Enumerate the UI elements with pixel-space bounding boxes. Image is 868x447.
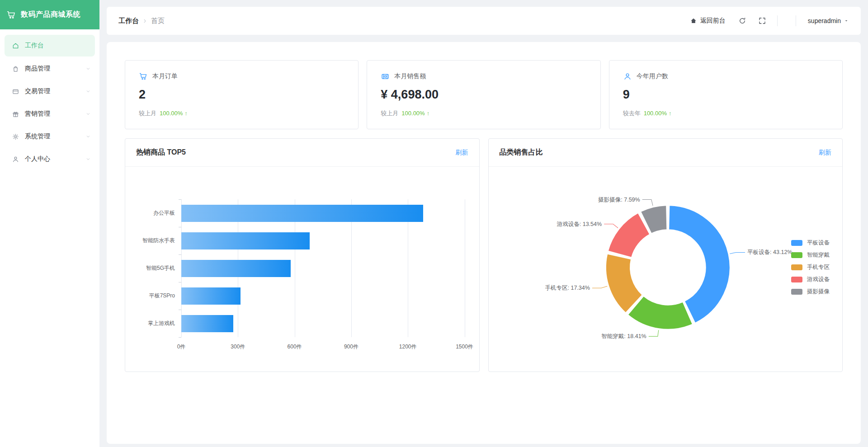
bar[interactable] bbox=[181, 315, 233, 332]
legend-item[interactable]: 游戏设备 bbox=[791, 276, 830, 283]
stat-card-header: 本月订单 bbox=[139, 72, 344, 81]
chevron-down-icon bbox=[85, 88, 91, 94]
stat-percent: 100.00% bbox=[160, 110, 183, 117]
main-area: 工作台 首页 返回前台 superadmin 本月 bbox=[99, 0, 868, 447]
category-share-panel: 品类销售占比 刷新 平板设备: 43.12%平板设备: 43.12%智能穿戴: … bbox=[488, 138, 843, 372]
sidebar-item-gift[interactable]: 营销管理 bbox=[0, 103, 99, 125]
pie-chart: 平板设备: 43.12%平板设备: 43.12%智能穿戴: 18.41%智能穿戴… bbox=[489, 167, 843, 372]
stat-percent: 100.00% bbox=[644, 110, 667, 117]
gridline bbox=[465, 199, 465, 337]
topbar-divider bbox=[777, 15, 778, 26]
gear-icon bbox=[12, 133, 19, 141]
stat-value: 9 bbox=[623, 88, 829, 102]
pie-label-line bbox=[604, 224, 618, 228]
legend-chip bbox=[791, 264, 802, 270]
chevron-down-icon bbox=[85, 111, 91, 117]
sidebar-item-gear[interactable]: 系统管理 bbox=[0, 125, 99, 148]
sidebar-item-label: 商品管理 bbox=[25, 65, 50, 73]
stats-row: 本月订单2较上月100.00%↑本月销售额¥ 4,698.00较上月100.00… bbox=[125, 60, 843, 129]
stat-compare-label: 较去年 bbox=[623, 110, 641, 117]
topbar-divider bbox=[796, 15, 796, 26]
bar-row: 办公平板 bbox=[136, 199, 465, 227]
bar-track bbox=[181, 310, 465, 337]
sidebar-item-label: 营销管理 bbox=[25, 110, 50, 118]
hot-products-panel-header: 热销商品 TOP5 刷新 bbox=[125, 139, 479, 167]
legend-item[interactable]: 摄影摄像 bbox=[791, 288, 830, 295]
chevron-down-icon bbox=[85, 66, 91, 72]
chevron-down-icon bbox=[85, 156, 91, 162]
back-to-front-label: 返回前台 bbox=[700, 17, 726, 25]
pie-label-line bbox=[642, 200, 652, 206]
sidebar-nav: 工作台商品管理交易管理营销管理系统管理个人中心 bbox=[0, 29, 99, 170]
home-filled-icon bbox=[690, 17, 697, 24]
trend-up-arrow: ↑ bbox=[427, 110, 430, 117]
legend-label: 游戏设备 bbox=[807, 276, 830, 283]
stat-percent: 100.00% bbox=[401, 110, 425, 117]
stat-label: 今年用户数 bbox=[637, 72, 668, 80]
bar-track bbox=[181, 254, 465, 282]
bar-chart-rows: 办公平板智能防水手表智能5G手机平板7SPro掌上游戏机 bbox=[136, 199, 465, 337]
legend-chip bbox=[791, 277, 802, 282]
home-icon bbox=[12, 42, 19, 50]
sidebar-item-label: 系统管理 bbox=[25, 132, 50, 141]
hot-products-refresh-link[interactable]: 刷新 bbox=[456, 149, 468, 157]
fullscreen-icon[interactable] bbox=[758, 17, 766, 25]
trend-up-arrow: ↑ bbox=[184, 110, 188, 117]
stat-card-cart: 本月订单2较上月100.00%↑ bbox=[125, 60, 359, 129]
x-tick-label: 900件 bbox=[344, 343, 359, 351]
sidebar-item-card[interactable]: 交易管理 bbox=[0, 80, 99, 103]
sidebar-item-home[interactable]: 工作台 bbox=[5, 35, 95, 56]
sidebar-item-label: 交易管理 bbox=[25, 87, 50, 95]
bar-category-label: 智能5G手机 bbox=[136, 264, 181, 272]
stat-compare: 较去年100.00%↑ bbox=[623, 109, 829, 118]
pie-label-line bbox=[592, 286, 607, 288]
legend-item[interactable]: 手机专区 bbox=[791, 263, 830, 271]
legend-item[interactable]: 智能穿戴 bbox=[791, 251, 830, 259]
pie-label: 智能穿戴: 18.41% bbox=[601, 333, 646, 339]
bar[interactable] bbox=[181, 260, 291, 277]
bar-row: 平板7SPro bbox=[136, 282, 465, 310]
pie-label: 摄影摄像: 7.59% bbox=[598, 197, 640, 203]
bar-row: 智能5G手机 bbox=[136, 254, 465, 282]
category-share-refresh-link[interactable]: 刷新 bbox=[819, 149, 831, 157]
user-icon bbox=[12, 155, 19, 163]
breadcrumb: 工作台 首页 bbox=[118, 17, 165, 25]
pie-label-line bbox=[730, 252, 745, 254]
legend-label: 智能穿戴 bbox=[807, 251, 830, 259]
pie-legend: 平板设备智能穿戴手机专区游戏设备摄影摄像 bbox=[791, 239, 830, 300]
legend-item[interactable]: 平板设备 bbox=[791, 239, 830, 246]
cart-icon bbox=[139, 72, 148, 81]
legend-chip bbox=[791, 289, 802, 295]
back-to-front-button[interactable]: 返回前台 bbox=[690, 17, 726, 25]
bar-chart: 办公平板智能防水手表智能5G手机平板7SPro掌上游戏机0件300件600件90… bbox=[125, 167, 479, 372]
bar-track bbox=[181, 199, 465, 227]
card-icon bbox=[12, 88, 19, 95]
pie-slice[interactable]: 智能穿戴: 18.41% bbox=[627, 296, 692, 329]
breadcrumb-section[interactable]: 工作台 bbox=[118, 17, 139, 25]
bar-chart-xaxis: 0件300件600件900件1200件1500件 bbox=[181, 337, 465, 353]
bar-track bbox=[181, 282, 465, 310]
gift-icon bbox=[12, 110, 19, 118]
bar-row: 掌上游戏机 bbox=[136, 310, 465, 337]
stat-compare-label: 较上月 bbox=[381, 110, 398, 117]
category-share-panel-header: 品类销售占比 刷新 bbox=[489, 139, 843, 167]
user-menu[interactable]: superadmin bbox=[808, 17, 849, 24]
legend-chip bbox=[791, 252, 802, 258]
bar[interactable] bbox=[181, 287, 241, 305]
pie-chart-svg: 平板设备: 43.12%平板设备: 43.12%智能穿戴: 18.41%智能穿戴… bbox=[489, 167, 843, 372]
brand-logo: 数码产品商城系统 bbox=[0, 0, 99, 29]
bar[interactable] bbox=[181, 232, 310, 249]
refresh-icon[interactable] bbox=[738, 17, 746, 25]
bar-track bbox=[181, 227, 465, 254]
sidebar-item-bag[interactable]: 商品管理 bbox=[0, 57, 99, 80]
hot-products-title: 热销商品 TOP5 bbox=[136, 148, 186, 157]
legend-label: 手机专区 bbox=[807, 263, 830, 271]
sidebar-item-user[interactable]: 个人中心 bbox=[0, 148, 99, 170]
pie-slice[interactable]: 游戏设备: 13.54% bbox=[608, 213, 650, 258]
bar[interactable] bbox=[181, 205, 423, 222]
hot-products-panel: 热销商品 TOP5 刷新 办公平板智能防水手表智能5G手机平板7SPro掌上游戏… bbox=[125, 138, 480, 372]
category-share-title: 品类销售占比 bbox=[500, 148, 543, 157]
x-tick-label: 1200件 bbox=[399, 343, 417, 351]
trend-up-arrow: ↑ bbox=[669, 110, 672, 117]
pie-label: 手机专区: 17.34% bbox=[545, 285, 590, 291]
